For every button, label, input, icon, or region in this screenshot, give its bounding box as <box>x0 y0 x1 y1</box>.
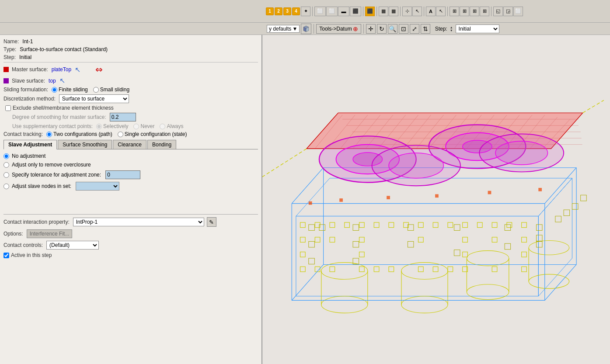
sliding-row: Sliding formulation: Finite sliding Smal… <box>3 87 258 93</box>
adj-no-radio[interactable] <box>3 153 9 159</box>
grid-icon-3[interactable]: ⊞ <box>470 7 479 16</box>
tracking-single[interactable]: Single configuration (state) <box>118 131 187 137</box>
svg-rect-114 <box>387 196 390 199</box>
type-value: Surface-to-surface contact (Standard) <box>20 46 108 52</box>
adj-no-adjustment[interactable]: No adjustment <box>3 153 258 159</box>
contact-controls-dropdown[interactable]: (Default) <box>46 241 99 250</box>
adj-tolerance-input[interactable] <box>105 170 140 179</box>
step-dropdown[interactable]: Initial <box>456 24 499 33</box>
adj-nodes-set[interactable]: Adjust slave nodes in set: <box>3 182 258 191</box>
toolbar-btn-4[interactable]: 4 <box>292 7 300 15</box>
contact-tracking-row: Contact tracking: Two configurations (pa… <box>3 131 258 137</box>
cube-view-btn[interactable] <box>301 24 311 34</box>
viewport[interactable] <box>262 35 610 364</box>
tracking-two[interactable]: Two configurations (path) <box>46 131 112 137</box>
master-surface-row: Master surface: plateTop ↖ ⇔ <box>3 64 258 75</box>
view-btn-2[interactable]: ⬜ <box>326 7 338 16</box>
main-toolbar: 1 2 3 4 ✦ ⬜ ⬜ ▬ ⬛ ⬛ ▦ ▦ ⊹ ↖ <box>0 0 610 23</box>
step-label: Step: <box>435 26 447 32</box>
sliding-small-label: Small sliding <box>100 87 129 93</box>
options-row: Options: Interference Fit... <box>3 229 258 238</box>
slave-value: top <box>49 78 56 84</box>
contact-controls-row: Contact controls: (Default) <box>3 241 258 250</box>
fit-icon[interactable]: ⤢ <box>410 24 419 34</box>
master-icon <box>3 67 9 72</box>
toolbar-btn-2[interactable]: 2 <box>275 7 282 15</box>
interference-fit-btn[interactable]: Interference Fit... <box>27 229 73 238</box>
view-btn-3[interactable]: ▬ <box>338 7 349 16</box>
toolbar-btn-1[interactable]: 1 <box>266 7 274 15</box>
export-icon-2[interactable]: ◲ <box>503 7 513 16</box>
adj-nodes-radio[interactable] <box>3 184 9 189</box>
cursor-icon-2[interactable]: ↖ <box>436 7 446 16</box>
contact-interaction-label: Contact interaction property: <box>3 219 70 225</box>
zoom-icon[interactable]: 🔍 <box>388 24 397 34</box>
step-spinner[interactable]: ▲ ▼ <box>450 26 453 32</box>
adj-tolerance-radio[interactable] <box>3 172 9 178</box>
discretization-dropdown[interactable]: Surface to surface Node to surface <box>59 94 129 103</box>
tools-datum-btn[interactable]: Tools->Datum ⊕ <box>316 24 361 34</box>
contact-interaction-dropdown[interactable]: IntProp-1 <box>73 218 204 226</box>
nav-icon-1[interactable]: ⊹ <box>402 7 412 16</box>
adj-remove-overclosure[interactable]: Adjust only to remove overclosure <box>3 162 258 168</box>
mesh-icon[interactable]: ▦ <box>379 7 388 16</box>
svg-point-109 <box>389 153 443 178</box>
tab-bonding[interactable]: Bonding <box>147 140 176 149</box>
tab-surface-smoothing[interactable]: Surface Smoothing <box>58 140 112 149</box>
exclude-shell-checkbox[interactable] <box>5 105 11 111</box>
sliding-small-radio[interactable] <box>93 87 99 93</box>
smoothing-input[interactable] <box>110 113 136 121</box>
divider-2 <box>363 7 363 16</box>
zoom-box-icon[interactable]: ⊡ <box>399 24 408 34</box>
supp-always-radio <box>160 124 165 129</box>
view-btn-1[interactable]: ⬜ <box>314 7 326 16</box>
master-value: plateTop <box>52 66 71 73</box>
text-icon[interactable]: A <box>426 7 436 16</box>
rotate-icon[interactable]: ↻ <box>377 24 387 34</box>
mesh-icon-2[interactable]: ▦ <box>389 7 398 16</box>
adj-nodes-dropdown[interactable] <box>76 182 119 191</box>
swap-icon[interactable]: ⇔ <box>95 64 103 75</box>
sliding-small[interactable]: Small sliding <box>93 87 129 93</box>
adj-tolerance[interactable]: Specify tolerance for adjustment zone: <box>3 170 258 179</box>
adj-no-label: No adjustment <box>12 153 45 159</box>
export-icon-3[interactable]: ⬜ <box>513 7 523 16</box>
tracking-single-label: Single configuration (state) <box>125 131 187 137</box>
toolbar-cursor-icon[interactable]: ✦ <box>301 7 310 16</box>
grid-icon-2[interactable]: ⊞ <box>460 7 469 16</box>
sliding-finite-radio[interactable] <box>52 87 57 93</box>
arrows-icon[interactable]: ⇅ <box>421 24 430 34</box>
contact-controls-label: Contact controls: <box>3 242 43 248</box>
svg-rect-116 <box>488 191 491 194</box>
defaults-dropdown[interactable]: y defaults ▼ <box>267 25 300 33</box>
toolbar-btn-3[interactable]: 3 <box>283 7 291 15</box>
contact-interaction-edit-btn[interactable]: ✎ <box>207 217 216 227</box>
divider-7 <box>491 7 491 16</box>
step-container: Step: ▲ ▼ Initial <box>435 24 499 33</box>
slave-surface-row: Slave surface: top ↖ <box>3 76 258 85</box>
master-cursor-icon[interactable]: ↖ <box>75 66 80 74</box>
export-icon-1[interactable]: ◱ <box>493 7 503 16</box>
svg-rect-117 <box>538 188 542 191</box>
move-icon[interactable]: ✛ <box>366 24 376 34</box>
tracking-single-radio[interactable] <box>118 132 123 137</box>
name-label: Name: <box>3 38 19 45</box>
grid-icon-1[interactable]: ⊞ <box>450 7 459 16</box>
tab-clearance[interactable]: Clearance <box>113 140 146 149</box>
tab-slave-adjustment[interactable]: Slave Adjustment <box>3 140 57 149</box>
tracking-two-radio[interactable] <box>46 132 52 137</box>
name-value: Int-1 <box>22 38 33 45</box>
slave-adjustment-content: No adjustment Adjust only to remove over… <box>3 149 258 197</box>
active-step-checkbox[interactable] <box>3 253 9 258</box>
adj-remove-radio[interactable] <box>3 162 9 168</box>
slave-icon <box>3 78 9 83</box>
slave-cursor-icon[interactable]: ↖ <box>59 76 65 85</box>
bottom-section: Contact interaction property: IntProp-1 … <box>3 214 258 258</box>
render-icon[interactable]: ⬛ <box>365 7 375 16</box>
master-label: Master surface: <box>12 66 48 73</box>
smoothing-label: Degree of smoothing for master surface: <box>12 114 106 120</box>
grid-icon-4[interactable]: ⊞ <box>480 7 489 16</box>
view-btn-4[interactable]: ⬛ <box>350 7 361 16</box>
sliding-finite[interactable]: Finite sliding <box>52 87 88 93</box>
nav-icon-2[interactable]: ↖ <box>412 7 422 16</box>
